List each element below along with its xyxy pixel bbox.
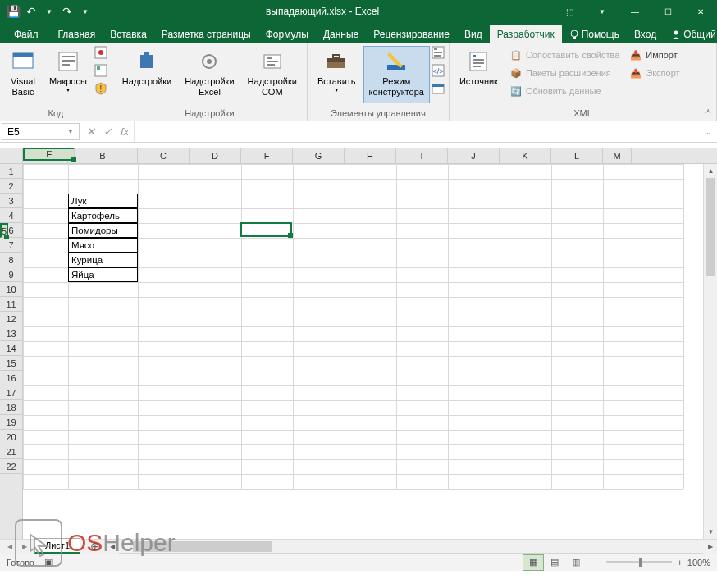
macros-button[interactable]: Макросы▼ (43, 46, 93, 103)
qat-customize-icon[interactable]: ▼ (79, 5, 92, 18)
tab-Вставка[interactable]: Вставка (103, 25, 154, 43)
macro-security-icon[interactable]: ! (94, 82, 107, 98)
cell-B6[interactable]: Мясо (68, 238, 138, 253)
relative-refs-icon[interactable] (94, 64, 107, 80)
row-header-18[interactable]: 18 (0, 400, 22, 415)
tab-Данные[interactable]: Данные (316, 25, 366, 43)
row-header-12[interactable]: 12 (0, 312, 22, 326)
row-header-16[interactable]: 16 (0, 371, 22, 385)
zoom-level[interactable]: 100% (687, 558, 710, 567)
close-icon[interactable]: ✕ (684, 0, 717, 23)
tab-Разработчик[interactable]: Разработчик (490, 25, 562, 43)
undo-dropdown-icon[interactable]: ▼ (43, 5, 56, 18)
tab-share[interactable]: Общий доступ (664, 25, 717, 43)
tab-Рецензирование[interactable]: Рецензирование (366, 25, 457, 43)
page-layout-view-icon[interactable]: ▤ (544, 554, 565, 571)
vscroll-thumb[interactable] (706, 178, 715, 276)
fx-icon[interactable]: fx (121, 125, 129, 138)
hscroll-thumb[interactable] (133, 541, 272, 552)
col-header-M[interactable]: M (603, 148, 632, 163)
addins-button[interactable]: Надстройки (116, 46, 177, 103)
tab-Вид[interactable]: Вид (457, 25, 490, 43)
row-header-19[interactable]: 19 (0, 415, 22, 430)
visual-basic-button[interactable]: Visual Basic (4, 46, 42, 103)
col-header-H[interactable]: H (345, 148, 396, 163)
undo-icon[interactable]: ↶ (25, 5, 38, 18)
row-header-3[interactable]: 3 (0, 194, 22, 208)
row-header-10[interactable]: 10 (0, 282, 22, 297)
tab-Разметка страницы[interactable]: Разметка страницы (154, 25, 258, 43)
record-macro-icon[interactable] (94, 46, 107, 62)
redo-icon[interactable]: ↷ (61, 5, 74, 18)
zoom-in-icon[interactable]: + (677, 558, 682, 567)
add-sheet-icon[interactable]: ⊕ (85, 540, 105, 553)
collapse-ribbon-icon[interactable]: ㅅ (704, 106, 712, 117)
scroll-down-icon[interactable]: ▼ (704, 525, 717, 539)
enter-formula-icon[interactable]: ✓ (103, 125, 112, 138)
row-header-9[interactable]: 9 (0, 267, 22, 282)
row-header-15[interactable]: 15 (0, 356, 22, 371)
col-header-C[interactable]: C (138, 148, 190, 163)
cell-B3[interactable]: Лук (68, 194, 138, 208)
row-header-13[interactable]: 13 (0, 326, 22, 341)
page-break-view-icon[interactable]: ▥ (565, 554, 587, 571)
sheet-nav-next-icon[interactable]: ▶ (20, 543, 30, 550)
row-header-11[interactable]: 11 (0, 297, 22, 312)
tab-Главная[interactable]: Главная (51, 25, 103, 43)
expand-formula-icon[interactable]: ⌄ (701, 121, 717, 142)
cell-B8[interactable]: Яйца (68, 267, 138, 282)
col-header-F[interactable]: F (241, 148, 293, 163)
zoom-slider[interactable] (606, 561, 672, 563)
design-mode-button[interactable]: Режим конструктора (363, 46, 430, 103)
row-header-22[interactable]: 22 (0, 459, 22, 474)
macro-record-status-icon[interactable]: ▣ (44, 557, 53, 567)
formula-input[interactable] (135, 121, 701, 142)
properties-icon[interactable] (432, 46, 445, 62)
ribbon-options-dropdown[interactable]: ▼ (586, 0, 619, 23)
col-header-J[interactable]: J (448, 148, 500, 163)
row-header-8[interactable]: 8 (0, 253, 22, 267)
name-box[interactable]: E5▼ (2, 123, 80, 140)
sheet-nav-prev-icon[interactable]: ◀ (5, 543, 15, 550)
col-header-I[interactable]: I (396, 148, 448, 163)
xml-import[interactable]: 📥Импорт (625, 46, 683, 64)
view-code-icon[interactable]: </> (432, 64, 445, 80)
maximize-icon[interactable]: ☐ (651, 0, 684, 23)
cell-B7[interactable]: Курица (68, 253, 138, 267)
com-addins-button[interactable]: Надстройки COM (242, 46, 303, 103)
scroll-left-icon[interactable]: ◀ (105, 540, 119, 554)
col-header-B[interactable]: B (68, 148, 138, 163)
xml-source-button[interactable]: Источник (454, 46, 504, 103)
excel-addins-button[interactable]: Надстройки Excel (179, 46, 240, 103)
insert-control-button[interactable]: Вставить▼ (312, 46, 362, 103)
cancel-formula-icon[interactable]: ✕ (86, 125, 95, 138)
cells-area[interactable]: ЛукКартофельПомидорыМясоКурицаЯйца (23, 164, 717, 539)
col-header-L[interactable]: L (551, 148, 603, 163)
tab-file[interactable]: Файл (2, 25, 51, 43)
tab-Формулы[interactable]: Формулы (258, 25, 316, 43)
hscroll-track[interactable] (133, 540, 689, 554)
col-header-D[interactable]: D (190, 148, 241, 163)
col-header-G[interactable]: G (293, 148, 345, 163)
cell-B4[interactable]: Картофель (68, 208, 138, 223)
select-all-corner[interactable] (0, 148, 23, 163)
row-header-20[interactable]: 20 (0, 430, 22, 444)
row-header-17[interactable]: 17 (0, 385, 22, 400)
minimize-icon[interactable]: — (619, 0, 651, 23)
row-header-7[interactable]: 7 (0, 238, 22, 253)
row-header-4[interactable]: 4 (0, 208, 22, 223)
scroll-up-icon[interactable]: ▲ (704, 164, 717, 178)
row-header-2[interactable]: 2 (0, 179, 22, 194)
sheet-tab-active[interactable]: Лист1 (34, 538, 80, 554)
cell-B5[interactable]: Помидоры (68, 223, 138, 238)
row-header-21[interactable]: 21 (0, 444, 22, 459)
row-header-14[interactable]: 14 (0, 341, 22, 356)
save-icon[interactable]: 💾 (7, 5, 20, 18)
col-header-K[interactable]: K (500, 148, 551, 163)
tab-help[interactable]: Помощь (562, 25, 627, 43)
ribbon-options-icon[interactable]: ⬚ (553, 0, 586, 23)
row-header-6[interactable]: 6 (0, 223, 22, 238)
normal-view-icon[interactable]: ▦ (523, 554, 544, 571)
scroll-right-icon[interactable]: ▶ (703, 540, 717, 554)
row-header-1[interactable]: 1 (0, 164, 22, 179)
